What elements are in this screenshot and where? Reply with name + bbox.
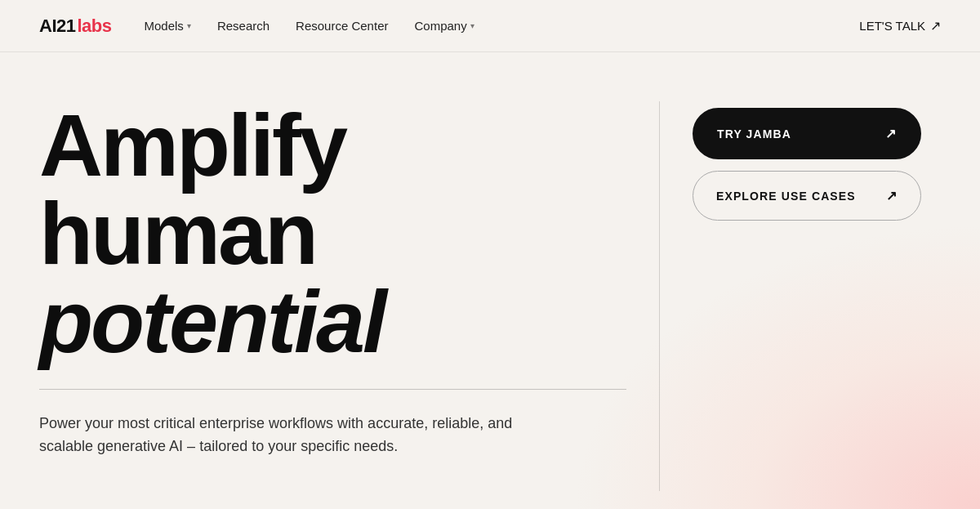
nav-link-company[interactable]: Company ▾ (414, 19, 474, 33)
nav-link-resource-center[interactable]: Resource Center (296, 19, 388, 33)
nav-link-models[interactable]: Models ▾ (145, 19, 191, 33)
hero-description: Power your most critical enterprise work… (39, 413, 546, 458)
chevron-down-icon: ▾ (187, 21, 191, 30)
nav-item-resource-center[interactable]: Resource Center (296, 19, 388, 33)
main-content: Amplify human potential Power your most … (0, 52, 980, 491)
nav-item-company[interactable]: Company ▾ (414, 19, 474, 33)
external-link-icon: ↗ (930, 18, 941, 33)
hero-section: Amplify human potential Power your most … (39, 101, 660, 491)
chevron-down-icon-company: ▾ (470, 21, 474, 30)
nav-item-models[interactable]: Models ▾ (145, 19, 191, 33)
explore-use-cases-button[interactable]: EXPLORE USE CASES ↗ (693, 171, 921, 221)
nav-label-research: Research (217, 19, 270, 33)
divider (39, 389, 626, 390)
hero-heading-line1: Amplify human (39, 101, 626, 278)
cta-section: TRY JAMBA ↗ EXPLORE USE CASES ↗ (660, 101, 941, 221)
navbar: AI21labs Models ▾ Research Resource Cent… (0, 0, 980, 52)
lets-talk-button[interactable]: LET'S TALK ↗ (859, 18, 941, 33)
navbar-left: AI21labs Models ▾ Research Resource Cent… (39, 16, 474, 37)
lets-talk-label: LET'S TALK (859, 19, 925, 33)
try-jamba-label: TRY JAMBA (717, 127, 791, 141)
nav-label-resource-center: Resource Center (296, 19, 388, 33)
nav-link-research[interactable]: Research (217, 19, 270, 33)
logo-ai21-text: AI21 (39, 16, 75, 37)
explore-label: EXPLORE USE CASES (716, 190, 856, 203)
nav-links: Models ▾ Research Resource Center Compan… (145, 19, 474, 33)
logo[interactable]: AI21labs (39, 16, 112, 37)
arrow-icon-primary: ↗ (885, 126, 897, 141)
logo-labs-text: labs (77, 16, 111, 37)
arrow-icon-secondary: ↗ (886, 188, 898, 203)
hero-heading-line2: potential (39, 278, 626, 366)
nav-label-models: Models (145, 19, 184, 33)
nav-label-company: Company (414, 19, 466, 33)
hero-heading: Amplify human potential (39, 101, 626, 366)
try-jamba-button[interactable]: TRY JAMBA ↗ (693, 108, 921, 159)
nav-item-research[interactable]: Research (217, 19, 270, 33)
